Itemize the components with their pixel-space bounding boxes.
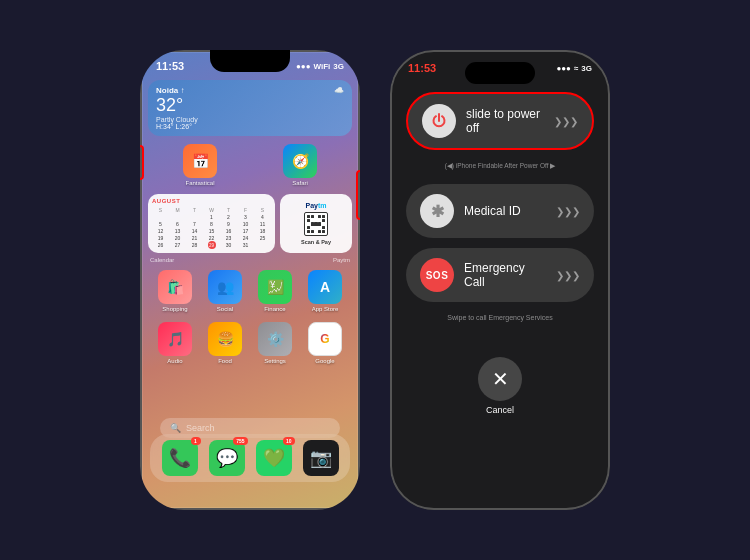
app-food-label: Food (218, 358, 232, 364)
cal-day: 10 (237, 220, 254, 227)
phone2-screen: 11:53 ●●● ≈ 3G slide to (390, 50, 610, 510)
status-icons-1: ●●● WiFi 3G (296, 62, 344, 71)
paytm-widget[interactable]: Paytm (280, 194, 352, 253)
cal-day: 6 (169, 220, 186, 227)
app-shopping-label: Shopping (162, 306, 187, 312)
app-safari[interactable]: 🧭 Safari (279, 144, 321, 186)
cal-today: 29 (208, 241, 216, 249)
notch (210, 50, 290, 72)
sos-text: SOS (426, 270, 449, 281)
cal-day: 4 (254, 213, 271, 220)
app-row-3: 🎵 Audio 🍔 Food ⚙️ Settings (140, 318, 360, 368)
dock-phone[interactable]: 📞 1 (162, 440, 198, 476)
cal-day: 26 (152, 241, 169, 249)
medical-id-slider[interactable]: ✱ Medical ID ❯❯❯ (406, 184, 594, 238)
weather-desc: Partly Cloudy (156, 116, 198, 123)
weather-city: Noida ↑ (156, 86, 198, 95)
network-icon-2: 3G (581, 64, 592, 73)
cal-day: 12 (152, 227, 169, 234)
app-shopping[interactable]: 🛍️ Shopping (154, 270, 196, 312)
cal-header-t2: T (220, 206, 237, 213)
app-fantastical[interactable]: 📅 Fantastical (179, 144, 221, 186)
power-off-label: slide to power off (466, 107, 544, 135)
cal-day: 30 (220, 241, 237, 249)
cal-day: 9 (220, 220, 237, 227)
cal-header-s: S (152, 206, 169, 213)
network-icon: 3G (333, 62, 344, 71)
badge-messages: 755 (233, 437, 247, 445)
calendar-label: Calendar (150, 257, 174, 263)
cal-day: 7 (186, 220, 203, 227)
app-audio-label: Audio (167, 358, 182, 364)
dock: 📞 1 💬 755 💚 10 📷 (150, 434, 350, 482)
app-row-1: 📅 Fantastical 🧭 Safari (140, 140, 360, 190)
app-safari-label: Safari (292, 180, 308, 186)
phone1-frame: 11:53 ●●● WiFi 3G Noida ↑ 32° Partly Clo… (140, 50, 360, 510)
paytm-logo: Paytm (305, 202, 326, 209)
cal-header-t1: T (186, 206, 203, 213)
slider-arrow-medical: ❯❯❯ (556, 206, 580, 217)
signal-icon: ●●● (296, 62, 311, 71)
slider-arrow-sos: ❯❯❯ (556, 270, 580, 281)
app-fantastical-label: Fantastical (185, 180, 214, 186)
cal-day: 16 (220, 227, 237, 234)
medical-icon: ✱ (420, 194, 454, 228)
cal-header-w: W (203, 206, 220, 213)
cal-day: 1 (203, 213, 220, 220)
power-icon (422, 104, 456, 138)
app-settings-label: Settings (264, 358, 286, 364)
dock-messages[interactable]: 💬 755 (209, 440, 245, 476)
widget-labels: Calendar Paytm (140, 257, 360, 263)
search-icon: 🔍 (170, 423, 181, 433)
cal-day: 3 (237, 213, 254, 220)
cal-day: 28 (186, 241, 203, 249)
cal-day (169, 213, 186, 220)
app-social[interactable]: 👥 Social (204, 270, 246, 312)
slider-container: slide to power off ❯❯❯ (◀) iPhone Findab… (392, 84, 608, 337)
widget-row: AUGUST S M T W T F S 1 2 (140, 192, 360, 255)
cal-header-s2: S (254, 206, 271, 213)
cal-day: 15 (203, 227, 220, 234)
cal-header-f: F (237, 206, 254, 213)
phone2-frame: 11:53 ●●● ≈ 3G slide to (390, 50, 610, 510)
cal-day: 24 (237, 234, 254, 241)
app-finance[interactable]: 💹 Finance (254, 270, 296, 312)
app-audio[interactable]: 🎵 Audio (154, 322, 196, 364)
cancel-button[interactable]: ✕ (478, 357, 522, 401)
calendar-widget[interactable]: AUGUST S M T W T F S 1 2 (148, 194, 275, 253)
cal-day (152, 213, 169, 220)
dock-whatsapp[interactable]: 💚 10 (256, 440, 292, 476)
power-off-slider[interactable]: slide to power off ❯❯❯ (406, 92, 594, 150)
dock-camera[interactable]: 📷 (303, 440, 339, 476)
cal-day: 11 (254, 220, 271, 227)
app-settings[interactable]: ⚙️ Settings (254, 322, 296, 364)
cal-day: 13 (169, 227, 186, 234)
weather-widget[interactable]: Noida ↑ 32° Partly Cloudy ☁️ H:34° L:26° (148, 80, 352, 136)
app-google[interactable]: G Google (304, 322, 346, 364)
cal-day: 19 (152, 234, 169, 241)
cal-day: 27 (169, 241, 186, 249)
medical-id-label: Medical ID (464, 204, 521, 218)
sos-icon: SOS (420, 258, 454, 292)
asterisk-icon: ✱ (431, 202, 444, 221)
cancel-icon: ✕ (492, 367, 509, 391)
cal-day: 31 (237, 241, 254, 249)
app-food[interactable]: 🍔 Food (204, 322, 246, 364)
cancel-label: Cancel (392, 405, 608, 415)
cal-day: 23 (220, 234, 237, 241)
app-appstore[interactable]: A App Store (304, 270, 346, 312)
app-row-2: 🛍️ Shopping 👥 Social 💹 Finance (140, 266, 360, 316)
time-2: 11:53 (408, 62, 436, 74)
phone1-screen: 11:53 ●●● WiFi 3G Noida ↑ 32° Partly Clo… (140, 50, 360, 510)
app-finance-label: Finance (264, 306, 285, 312)
badge-whatsapp: 10 (283, 437, 295, 445)
time-1: 11:53 (156, 60, 184, 72)
cal-day: 22 (203, 234, 220, 241)
cal-day: 17 (237, 227, 254, 234)
app-google-label: Google (315, 358, 334, 364)
sos-emergency-slider[interactable]: SOS Emergency Call ❯❯❯ (406, 248, 594, 302)
weather-temp: 32° (156, 95, 198, 116)
app-social-label: Social (217, 306, 233, 312)
calendar-month: AUGUST (152, 198, 271, 204)
app-appstore-label: App Store (312, 306, 339, 312)
